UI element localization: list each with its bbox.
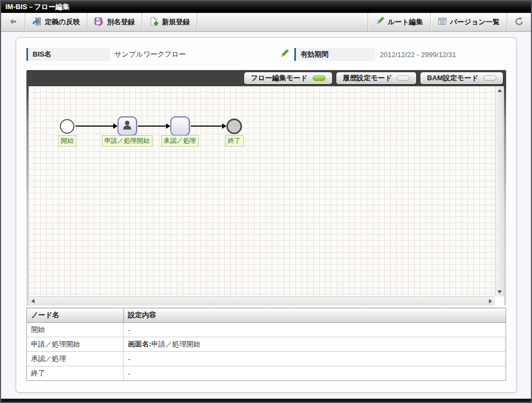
info-bar: BIS名 サンプルワークフロー 有効期間 2012/12/22 - 2999/1… xyxy=(26,48,506,61)
bis-name-label: BIS名 xyxy=(26,48,110,61)
page-title: IM-BIS－フロー編集 xyxy=(1,1,531,13)
scroll-up-arrow-icon[interactable] xyxy=(498,89,502,92)
flow-node-label-user-task: 申請／処理開始 xyxy=(102,135,153,147)
route-edit-button[interactable]: ルート編集 xyxy=(368,13,430,31)
led-indicator-on xyxy=(313,75,326,81)
flow-node-user-task[interactable] xyxy=(118,116,137,136)
refresh-button[interactable] xyxy=(507,13,531,31)
flow-node-label-start: 開始 xyxy=(58,135,77,147)
back-arrow-icon xyxy=(8,17,18,28)
new-register-label: 新規登録 xyxy=(162,17,190,27)
flow-canvas-viewport[interactable]: 開始 申請／処理開始 承認／処理 終了 xyxy=(29,86,495,296)
valid-period-value: 2012/12/22 - 2999/12/31 xyxy=(375,48,506,61)
bis-name-value-cell: サンプルワークフロー xyxy=(110,48,292,61)
setting-value: 申請／処理開始 xyxy=(151,340,201,348)
node-name-cell: 承認／処理 xyxy=(26,352,123,366)
node-settings-table: ノード名 設定内容 開始 - 申請／処理開始 画面名:申請／処理開始 xyxy=(26,308,506,381)
flow-node-label-end: 終了 xyxy=(225,135,244,147)
mode-bar: フロー編集モード 履歴設定モード BAM設定モード xyxy=(29,70,504,86)
version-list-label: バージョン一覧 xyxy=(450,17,500,27)
flow-node-task[interactable] xyxy=(170,116,190,136)
edit-pencil-icon[interactable] xyxy=(279,49,289,60)
setting-key: 画面名: xyxy=(128,340,151,348)
table-row[interactable]: 開始 - xyxy=(26,323,506,337)
led-indicator-off xyxy=(483,75,496,81)
alias-register-label: 別名登録 xyxy=(107,17,135,27)
node-name-cell: 終了 xyxy=(26,366,123,381)
setting-cell: - xyxy=(123,366,506,381)
apply-definition-button[interactable]: 定義の反映 xyxy=(25,13,87,31)
new-register-button[interactable]: 新規登録 xyxy=(142,13,197,31)
setting-cell: - xyxy=(123,352,506,366)
route-edit-pencil-icon xyxy=(375,17,384,27)
scroll-right-arrow-icon[interactable] xyxy=(489,299,492,303)
vertical-scrollbar[interactable] xyxy=(495,86,504,296)
horizontal-scrollbar[interactable] xyxy=(29,296,495,305)
column-header-setting: 設定内容 xyxy=(123,308,506,323)
flow-arrow xyxy=(138,126,166,127)
new-register-icon xyxy=(149,17,158,27)
flow-node-end[interactable] xyxy=(226,119,242,134)
valid-period-label: 有効期間 xyxy=(294,48,375,61)
setting-cell: - xyxy=(123,323,506,337)
column-header-node-name: ノード名 xyxy=(26,308,123,323)
table-header-row: ノード名 設定内容 xyxy=(26,308,506,323)
scrollbar-corner xyxy=(495,296,504,305)
mode-button-flow-edit-label: フロー編集モード xyxy=(251,73,307,83)
led-indicator-off xyxy=(397,75,410,81)
flow-edit-panel: BIS名 サンプルワークフロー 有効期間 2012/12/22 - 2999/1… xyxy=(16,37,517,393)
toolbar: 定義の反映 別名登録 xyxy=(1,13,531,32)
mode-button-bam-setting[interactable]: BAM設定モード xyxy=(420,72,502,84)
flow-canvas-frame: フロー編集モード 履歴設定モード BAM設定モード xyxy=(26,70,506,305)
mode-button-bam-setting-label: BAM設定モード xyxy=(427,73,478,83)
scroll-left-arrow-icon[interactable] xyxy=(31,299,34,303)
version-list-icon xyxy=(438,17,447,27)
table-row[interactable]: 終了 - xyxy=(26,366,506,381)
flow-arrow xyxy=(75,126,113,127)
person-icon xyxy=(121,119,133,133)
flow-arrow xyxy=(191,126,222,127)
alias-register-icon xyxy=(94,17,103,27)
setting-cell: 画面名:申請／処理開始 xyxy=(123,337,506,352)
alias-register-button[interactable]: 別名登録 xyxy=(87,13,142,31)
refresh-icon xyxy=(514,17,524,28)
bottom-bar xyxy=(1,399,531,402)
mode-button-history-setting[interactable]: 履歴設定モード xyxy=(336,72,417,84)
table-row[interactable]: 承認／処理 - xyxy=(26,352,506,366)
bis-name-value: サンプルワークフロー xyxy=(115,50,186,59)
scroll-down-arrow-icon[interactable] xyxy=(498,290,502,294)
version-list-button[interactable]: バージョン一覧 xyxy=(431,13,507,31)
mode-button-flow-edit[interactable]: フロー編集モード xyxy=(244,72,331,84)
apply-definition-icon xyxy=(32,17,42,27)
content-area: BIS名 サンプルワークフロー 有効期間 2012/12/22 - 2999/1… xyxy=(1,32,531,399)
route-edit-label: ルート編集 xyxy=(388,17,423,27)
flow-canvas: 開始 申請／処理開始 承認／処理 終了 xyxy=(29,86,504,305)
back-button[interactable] xyxy=(1,13,25,31)
mode-button-history-setting-label: 履歴設定モード xyxy=(343,73,392,83)
toolbar-spacer xyxy=(197,13,368,31)
flow-node-start[interactable] xyxy=(60,119,74,134)
im-bis-window: IM-BIS－フロー編集 定義の反映 xyxy=(0,0,532,403)
node-name-cell: 開始 xyxy=(26,323,123,337)
apply-definition-label: 定義の反映 xyxy=(45,17,80,27)
table-row[interactable]: 申請／処理開始 画面名:申請／処理開始 xyxy=(26,337,506,352)
node-name-cell: 申請／処理開始 xyxy=(26,337,123,352)
flow-node-label-task: 承認／処理 xyxy=(161,135,199,147)
